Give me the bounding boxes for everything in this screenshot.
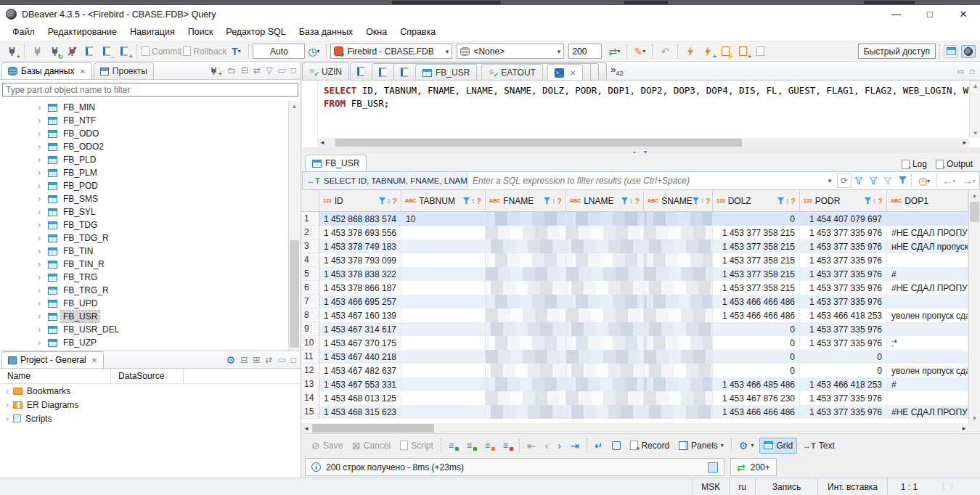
- row-number[interactable]: 10: [302, 336, 319, 350]
- editor-tab-5[interactable]: EATOUT: [481, 64, 543, 81]
- table-row[interactable]: 15 1 453 468 315 623 1 453 466 466 486 1…: [302, 405, 968, 419]
- table-row[interactable]: 5 1 453 378 838 322 1 453 377 358 215 1 …: [302, 267, 968, 281]
- cell-lname-redacted[interactable]: [566, 308, 644, 322]
- cell-fname-redacted[interactable]: [486, 295, 566, 308]
- table-row[interactable]: 10 1 453 467 370 175 0 1 453 377 335 976…: [302, 336, 968, 350]
- menu-5[interactable]: База данных: [293, 25, 359, 39]
- filter-reference[interactable]: ↔T SELECT ID, TABNUM, FNAME, LNAME, S: [303, 172, 468, 189]
- collapse-all-icon[interactable]: ⊟: [240, 356, 248, 364]
- results-tab-fb-usr[interactable]: FB_USR: [305, 155, 367, 171]
- editor-tab-6[interactable]: ›_✕: [547, 64, 583, 81]
- cell-podr[interactable]: 1 454 407 079 697: [800, 212, 887, 226]
- table-row[interactable]: 1 1 452 868 883 574 10 0 1 454 407 079 6…: [302, 212, 968, 226]
- chevron-right-icon[interactable]: ›: [38, 194, 44, 204]
- cell-sname-redacted[interactable]: [644, 212, 713, 226]
- cell-lname-redacted[interactable]: [566, 336, 644, 350]
- project-item-bookmarks[interactable]: › Bookmarks: [0, 384, 301, 398]
- cell-dop1[interactable]: #НЕ СДАЛ ПРОПУСК уво.: [887, 226, 968, 240]
- transaction-history-button[interactable]: ◷▾: [306, 44, 322, 60]
- menu-4[interactable]: Редактор SQL: [219, 25, 292, 39]
- cell-id[interactable]: 1 453 467 482 637: [319, 364, 401, 377]
- connection-combo[interactable]: Firebird - CBASE.FDB ▾: [330, 44, 452, 59]
- cell-fname-redacted[interactable]: [486, 350, 566, 364]
- cell-podr[interactable]: 1 453 377 335 976: [800, 253, 887, 267]
- cell-lname-redacted[interactable]: [566, 391, 644, 405]
- collapse-all-icon[interactable]: ⊟: [241, 66, 248, 75]
- chevron-right-icon[interactable]: ›: [38, 168, 44, 178]
- column-header-tabnum[interactable]: ABC TABNUM ↕?: [401, 190, 486, 211]
- copy-row-button[interactable]: ≡: [481, 439, 497, 452]
- execute-script-new-button[interactable]: +: [735, 44, 751, 60]
- tree-scrollbar-thumb[interactable]: [290, 240, 299, 348]
- tree-item-fb_trg_r[interactable]: › FB_TRG_R: [0, 284, 289, 297]
- chevron-right-icon[interactable]: ›: [38, 272, 44, 282]
- commit-mode-combo[interactable]: Auto: [253, 44, 305, 59]
- open-recent-sql-editor-button[interactable]: →: [99, 44, 115, 60]
- first-row-button[interactable]: ⇤: [523, 438, 539, 453]
- menu-0[interactable]: Файл: [6, 25, 41, 39]
- table-row[interactable]: 8 1 453 467 160 139 1 453 466 466 486 1 …: [302, 308, 968, 322]
- row-number[interactable]: 2: [302, 226, 319, 240]
- cell-dolz[interactable]: 1 453 466 466 486: [713, 295, 800, 308]
- cell-id[interactable]: 1 453 378 693 556: [319, 226, 401, 240]
- question-icon[interactable]: ?: [791, 197, 796, 205]
- sort-icon[interactable]: ↕: [629, 197, 633, 205]
- cell-podr[interactable]: 0: [800, 364, 887, 377]
- sort-icon[interactable]: ↕: [785, 197, 789, 205]
- cell-tabnum[interactable]: [401, 240, 486, 253]
- table-row[interactable]: 13 1 453 467 553 331 1 453 466 485 486 1…: [302, 377, 968, 391]
- cell-podr[interactable]: 1 453 377 335 976: [800, 405, 887, 419]
- cell-dop1[interactable]: [887, 350, 968, 364]
- editor-tab-1[interactable]: FB_USR EATOUT ›_✕: [350, 62, 607, 80]
- tree-item-fb_usr_del[interactable]: › FB_USR_DEL: [0, 323, 289, 336]
- row-number[interactable]: 6: [302, 281, 319, 295]
- tree-item-fb_tin[interactable]: › FB_TIN: [0, 245, 289, 258]
- cell-fname-redacted[interactable]: [486, 281, 566, 295]
- cell-dop1[interactable]: уволен пропуск сдал: [887, 364, 968, 377]
- cell-tabnum[interactable]: [401, 350, 486, 364]
- cell-fname-redacted[interactable]: [486, 391, 566, 405]
- reconnect-button[interactable]: ↻: [46, 44, 62, 60]
- fetch-more-button[interactable]: ⇄ 200+: [730, 458, 777, 476]
- chevron-right-icon[interactable]: ›: [38, 246, 44, 256]
- nav-back-button[interactable]: ←▾: [939, 173, 959, 188]
- tree-item-fb_ntf[interactable]: › FB_NTF: [0, 114, 289, 127]
- editor-tab-3[interactable]: FB_USR EATOUT ›_✕: [393, 63, 591, 81]
- cell-tabnum[interactable]: [401, 253, 486, 267]
- chevron-right-icon[interactable]: ›: [38, 142, 44, 152]
- tab-project-general[interactable]: Project - General ✕: [1, 351, 104, 368]
- chevron-right-icon[interactable]: ›: [38, 298, 44, 308]
- editor-vscrollbar[interactable]: ▲▼: [969, 81, 980, 138]
- question-icon[interactable]: ?: [392, 197, 397, 205]
- execute-new-tab-button[interactable]: +: [700, 44, 716, 60]
- tree-item-fb_usr[interactable]: › FB_USR: [0, 310, 289, 323]
- cell-id[interactable]: 1 453 467 440 218: [319, 350, 401, 364]
- row-number[interactable]: 9: [302, 322, 319, 336]
- cell-id[interactable]: 1 452 868 883 574: [319, 212, 401, 226]
- grid-settings-button[interactable]: ⚙▾: [735, 438, 758, 453]
- disconnect-button[interactable]: [64, 44, 80, 60]
- record-button[interactable]: ●Record: [626, 438, 673, 453]
- maximize-panel-icon[interactable]: □: [291, 356, 296, 364]
- cell-fname-redacted[interactable]: [486, 405, 566, 419]
- tree-item-fb_odo2[interactable]: › FB_ODO2: [0, 140, 289, 153]
- cell-fname-redacted[interactable]: [486, 336, 566, 350]
- question-icon[interactable]: ?: [706, 197, 711, 205]
- column-datasource[interactable]: DataSource: [111, 369, 184, 383]
- cell-dolz[interactable]: 1 453 377 358 215: [713, 267, 800, 281]
- transaction-log-button[interactable]: T▾: [228, 44, 244, 60]
- prev-row-button[interactable]: ‹: [542, 438, 552, 453]
- dbeaver-perspective-button[interactable]: [961, 45, 976, 58]
- cell-lname-redacted[interactable]: [566, 212, 644, 226]
- tree-item-fb_pld[interactable]: › FB_PLD: [0, 153, 289, 166]
- table-row[interactable]: 6 1 453 378 866 187 1 453 377 358 215 1 …: [302, 281, 968, 295]
- cell-tabnum[interactable]: [401, 322, 486, 336]
- minimize-button[interactable]: —: [880, 5, 913, 23]
- grid-view-button[interactable]: Grid: [759, 438, 797, 454]
- question-icon[interactable]: ?: [557, 197, 562, 205]
- cell-lname-redacted[interactable]: [566, 364, 644, 377]
- cell-sname-redacted[interactable]: [644, 377, 713, 391]
- minimize-panel-icon[interactable]: ▭: [277, 356, 285, 364]
- cell-dop1[interactable]: [887, 322, 968, 336]
- editor-hscroll-thumb[interactable]: [335, 139, 742, 147]
